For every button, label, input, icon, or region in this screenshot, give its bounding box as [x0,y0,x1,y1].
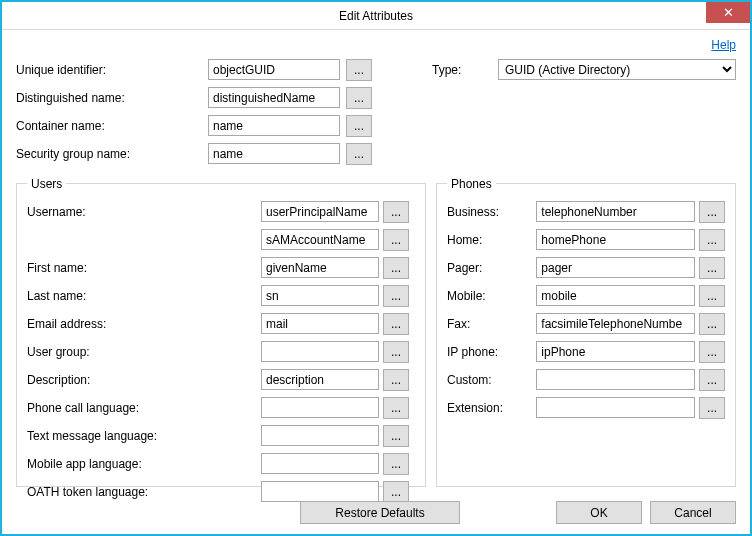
phones-legend: Phones [447,177,496,191]
user-group-input[interactable] [261,341,379,362]
custom-input[interactable] [536,369,695,390]
ip-phone-browse-button[interactable]: ... [699,341,725,363]
mobile-app-lang-browse-button[interactable]: ... [383,453,409,475]
help-link[interactable]: Help [711,38,736,53]
phone-call-lang-browse-button[interactable]: ... [383,397,409,419]
distinguished-name-label: Distinguished name: [16,91,202,105]
home-browse-button[interactable]: ... [699,229,725,251]
row-home: Home: ... [447,229,725,251]
business-browse-button[interactable]: ... [699,201,725,223]
username-alt-browse-button[interactable]: ... [383,229,409,251]
first-name-input[interactable] [261,257,379,278]
mobile-browse-button[interactable]: ... [699,285,725,307]
cancel-button[interactable]: Cancel [650,501,736,524]
extension-browse-button[interactable]: ... [699,397,725,419]
text-msg-lang-input[interactable] [261,425,379,446]
text-msg-lang-browse-button[interactable]: ... [383,425,409,447]
ok-button[interactable]: OK [556,501,642,524]
fax-browse-button[interactable]: ... [699,313,725,335]
restore-defaults-button[interactable]: Restore Defaults [300,501,460,524]
home-input[interactable] [536,229,695,250]
description-browse-button[interactable]: ... [383,369,409,391]
extension-label: Extension: [447,401,532,415]
row-description: Description: ... [27,369,415,391]
top-fields: Unique identifier: ... Type: GUID (Activ… [16,59,736,165]
business-label: Business: [447,205,532,219]
unique-identifier-browse-button[interactable]: ... [346,59,372,81]
description-input[interactable] [261,369,379,390]
username-input[interactable] [261,201,379,222]
security-group-name-input[interactable] [208,143,340,164]
users-rows: Username: ... ... First name: ... [27,201,415,503]
pager-label: Pager: [447,261,532,275]
row-unique-identifier: Unique identifier: ... Type: GUID (Activ… [16,59,736,81]
row-user-group: User group: ... [27,341,415,363]
users-group: Users Username: ... ... First name: [16,177,426,487]
row-mobile: Mobile: ... [447,285,725,307]
distinguished-name-input[interactable] [208,87,340,108]
unique-identifier-input[interactable] [208,59,340,80]
email-label: Email address: [27,317,257,331]
mobile-app-lang-input[interactable] [261,453,379,474]
type-label: Type: [432,63,492,77]
row-mobile-app-lang: Mobile app language: ... [27,453,415,475]
mobile-app-lang-label: Mobile app language: [27,457,257,471]
username-alt-input[interactable] [261,229,379,250]
row-username: Username: ... [27,201,415,223]
fax-input[interactable] [536,313,695,334]
phones-group: Phones Business: ... Home: ... Pager: [436,177,736,487]
row-email: Email address: ... [27,313,415,335]
first-name-browse-button[interactable]: ... [383,257,409,279]
row-first-name: First name: ... [27,257,415,279]
help-row: Help [16,38,736,53]
fax-label: Fax: [447,317,532,331]
row-custom: Custom: ... [447,369,725,391]
users-legend: Users [27,177,66,191]
security-group-name-browse-button[interactable]: ... [346,143,372,165]
mobile-label: Mobile: [447,289,532,303]
distinguished-name-browse-button[interactable]: ... [346,87,372,109]
last-name-browse-button[interactable]: ... [383,285,409,307]
custom-browse-button[interactable]: ... [699,369,725,391]
row-container-name: Container name: ... [16,115,736,137]
close-button[interactable]: ✕ [706,2,750,23]
text-msg-lang-label: Text message language: [27,429,257,443]
row-security-group-name: Security group name: ... [16,143,736,165]
unique-identifier-label: Unique identifier: [16,63,202,77]
type-select[interactable]: GUID (Active Directory) [498,59,736,80]
custom-label: Custom: [447,373,532,387]
user-group-browse-button[interactable]: ... [383,341,409,363]
container-name-label: Container name: [16,119,202,133]
last-name-input[interactable] [261,285,379,306]
container-name-input[interactable] [208,115,340,136]
row-extension: Extension: ... [447,397,725,419]
row-text-msg-lang: Text message language: ... [27,425,415,447]
pager-browse-button[interactable]: ... [699,257,725,279]
username-label: Username: [27,205,257,219]
extension-input[interactable] [536,397,695,418]
home-label: Home: [447,233,532,247]
last-name-label: Last name: [27,289,257,303]
client-area: Help Unique identifier: ... Type: GUID (… [2,30,750,534]
username-browse-button[interactable]: ... [383,201,409,223]
row-business: Business: ... [447,201,725,223]
close-icon: ✕ [723,5,734,20]
email-browse-button[interactable]: ... [383,313,409,335]
business-input[interactable] [536,201,695,222]
user-group-label: User group: [27,345,257,359]
pager-input[interactable] [536,257,695,278]
edit-attributes-dialog: Edit Attributes ✕ Help Unique identifier… [0,0,752,536]
row-last-name: Last name: ... [27,285,415,307]
first-name-label: First name: [27,261,257,275]
phone-call-lang-input[interactable] [261,397,379,418]
email-input[interactable] [261,313,379,334]
ip-phone-label: IP phone: [447,345,532,359]
row-phone-call-lang: Phone call language: ... [27,397,415,419]
ip-phone-input[interactable] [536,341,695,362]
titlebar: Edit Attributes ✕ [2,2,750,30]
mobile-input[interactable] [536,285,695,306]
row-pager: Pager: ... [447,257,725,279]
groups: Users Username: ... ... First name: [16,177,736,487]
phones-rows: Business: ... Home: ... Pager: ... [447,201,725,419]
container-name-browse-button[interactable]: ... [346,115,372,137]
